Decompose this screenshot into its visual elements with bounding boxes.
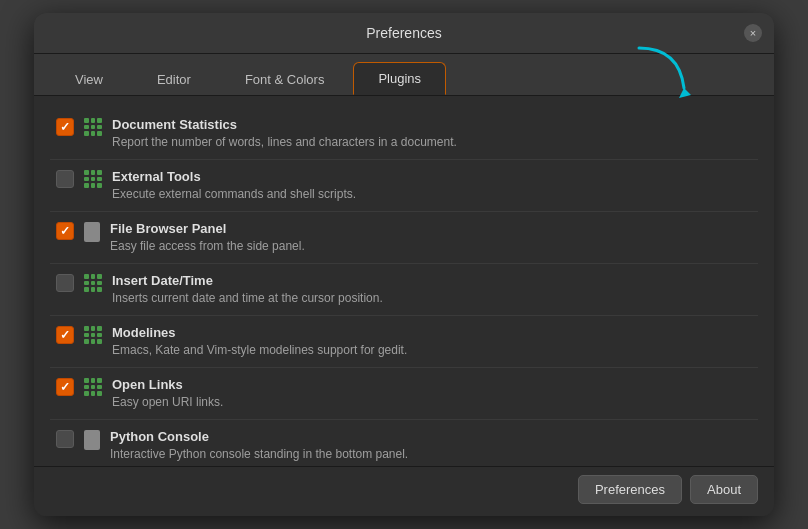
plugin-desc: Inserts current date and time at the cur… (112, 290, 752, 307)
plugin-item: Open LinksEasy open URI links. (50, 368, 758, 420)
plugin-checkbox-0[interactable] (56, 118, 74, 136)
tab-editor[interactable]: Editor (132, 63, 216, 95)
plugin-icon (84, 222, 100, 242)
plugin-checkbox-6[interactable] (56, 430, 74, 448)
plugin-desc: Interactive Python console standing in t… (110, 446, 752, 463)
plugin-item: ModelinesEmacs, Kate and Vim-style model… (50, 316, 758, 368)
plugin-item: Python ConsoleInteractive Python console… (50, 420, 758, 466)
plugin-desc: Execute external commands and shell scri… (112, 186, 752, 203)
close-button[interactable]: × (744, 24, 762, 42)
plugin-checkbox-3[interactable] (56, 274, 74, 292)
preferences-button[interactable]: Preferences (578, 475, 682, 504)
plugin-name: Modelines (112, 324, 752, 342)
plugin-icon (84, 430, 100, 450)
plugin-name: File Browser Panel (110, 220, 752, 238)
plugin-info: Document StatisticsReport the number of … (112, 116, 752, 151)
plugin-desc: Easy file access from the side panel. (110, 238, 752, 255)
plugin-name: Document Statistics (112, 116, 752, 134)
tab-font-colors[interactable]: Font & Colors (220, 63, 349, 95)
plugin-item: Insert Date/TimeInserts current date and… (50, 264, 758, 316)
plugin-icon (84, 170, 102, 188)
plugin-info: File Browser PanelEasy file access from … (110, 220, 752, 255)
plugin-desc: Emacs, Kate and Vim-style modelines supp… (112, 342, 752, 359)
plugin-item: Document StatisticsReport the number of … (50, 108, 758, 160)
plugin-info: Insert Date/TimeInserts current date and… (112, 272, 752, 307)
tab-view[interactable]: View (50, 63, 128, 95)
plugin-item: External ToolsExecute external commands … (50, 160, 758, 212)
plugin-icon (84, 118, 102, 136)
plugin-info: Open LinksEasy open URI links. (112, 376, 752, 411)
plugin-desc: Report the number of words, lines and ch… (112, 134, 752, 151)
plugin-info: External ToolsExecute external commands … (112, 168, 752, 203)
tab-bar: View Editor Font & Colors Plugins (34, 54, 774, 96)
tab-plugins[interactable]: Plugins (353, 62, 446, 95)
plugin-icon (84, 378, 102, 396)
plugin-info: Python ConsoleInteractive Python console… (110, 428, 752, 463)
plugin-checkbox-2[interactable] (56, 222, 74, 240)
plugin-name: Python Console (110, 428, 752, 446)
about-button[interactable]: About (690, 475, 758, 504)
title-bar: Preferences × (34, 13, 774, 54)
plugin-icon (84, 274, 102, 292)
plugin-name: Open Links (112, 376, 752, 394)
plugin-info: ModelinesEmacs, Kate and Vim-style model… (112, 324, 752, 359)
plugin-name: External Tools (112, 168, 752, 186)
plugin-checkbox-4[interactable] (56, 326, 74, 344)
plugin-item: File Browser PanelEasy file access from … (50, 212, 758, 264)
footer: Preferences About (34, 466, 774, 516)
plugin-checkbox-5[interactable] (56, 378, 74, 396)
plugin-checkbox-1[interactable] (56, 170, 74, 188)
plugin-name: Insert Date/Time (112, 272, 752, 290)
plugin-icon (84, 326, 102, 344)
window-title: Preferences (366, 25, 441, 41)
plugins-list: Document StatisticsReport the number of … (34, 96, 774, 466)
plugin-desc: Easy open URI links. (112, 394, 752, 411)
preferences-window: Preferences × View Editor Font & Colors … (34, 13, 774, 516)
